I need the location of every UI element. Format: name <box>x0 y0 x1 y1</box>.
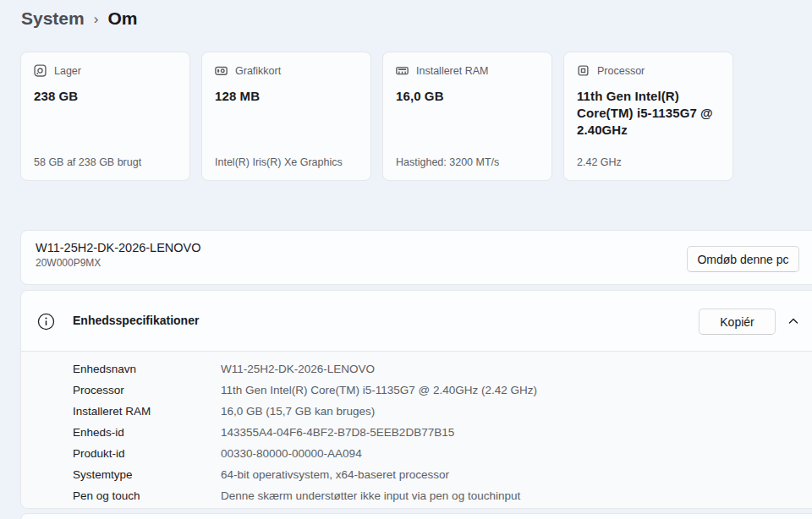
card-label: Lager <box>54 65 81 77</box>
spec-value: 11th Gen Intel(R) Core(TM) i5-1135G7 @ 2… <box>221 384 537 396</box>
device-specs-panel: Enhedsspecifikationer Kopiér Enhedsnavn … <box>20 290 812 509</box>
spec-value: Denne skærm understøtter ikke input via … <box>221 489 520 502</box>
spec-value: 16,0 GB (15,7 GB kan bruges) <box>221 405 375 418</box>
spec-label: Pen og touch <box>73 489 221 502</box>
card-value: 16,0 GB <box>396 88 539 105</box>
spec-value: W11-25H2-DK-2026-LENOVO <box>221 363 375 375</box>
chevron-right-icon: › <box>94 10 99 28</box>
page-title: Om <box>107 8 137 29</box>
card-storage[interactable]: Lager 238 GB 58 GB af 238 GB brugt <box>20 52 190 181</box>
breadcrumb: System › Om <box>21 8 137 29</box>
rename-pc-button[interactable]: Omdøb denne pc <box>687 246 799 272</box>
card-value: 11th Gen Intel(R) Core(TM) i5-1135G7 @ 2… <box>577 88 720 139</box>
device-name-panel: W11-25H2-DK-2026-LENOVO 20W000P9MX Omdøb… <box>20 230 812 285</box>
spec-label: Produkt-id <box>73 447 221 460</box>
card-processor[interactable]: Processor 11th Gen Intel(R) Core(TM) i5-… <box>563 52 733 181</box>
cpu-icon <box>577 64 590 77</box>
card-footer: 58 GB af 238 GB brugt <box>34 156 177 168</box>
spec-row-processor: Processor 11th Gen Intel(R) Core(TM) i5-… <box>73 380 812 401</box>
spec-value: 00330-80000-00000-AA094 <box>221 447 362 460</box>
card-ram[interactable]: Installeret RAM 16,0 GB Hastighed: 3200 … <box>382 52 552 181</box>
chevron-up-icon[interactable] <box>787 314 800 328</box>
spec-row-ram: Installeret RAM 16,0 GB (15,7 GB kan bru… <box>73 401 812 422</box>
spec-value: 64-bit operativsystem, x64-baseret proce… <box>221 468 449 481</box>
spec-row-device-name: Enhedsnavn W11-25H2-DK-2026-LENOVO <box>73 358 812 380</box>
card-value: 128 MB <box>215 88 358 105</box>
copy-button[interactable]: Kopiér <box>699 309 776 335</box>
spec-label: Systemtype <box>73 468 221 481</box>
card-label: Grafikkort <box>235 65 281 77</box>
settings-about-page: System › Om Lager 238 GB 58 GB af 238 GB… <box>0 0 812 519</box>
card-footer: 2.42 GHz <box>577 156 720 168</box>
breadcrumb-system[interactable]: System <box>21 8 85 29</box>
card-label: Installeret RAM <box>416 65 488 77</box>
card-graphics[interactable]: Grafikkort 128 MB Intel(R) Iris(R) Xe Gr… <box>201 52 371 181</box>
spec-label: Enhedsnavn <box>73 363 221 375</box>
spec-row-device-id: Enheds-id 143355A4-04F6-4BF2-B7D8-5EEB2D… <box>73 422 812 443</box>
next-section-panel[interactable] <box>20 513 812 519</box>
card-label: Processor <box>597 65 645 77</box>
spec-value: 143355A4-04F6-4BF2-B7D8-5EEB2DB77B15 <box>221 426 454 439</box>
summary-cards: Lager 238 GB 58 GB af 238 GB brugt Grafi… <box>20 52 733 181</box>
card-footer: Intel(R) Iris(R) Xe Graphics <box>215 156 358 168</box>
card-value: 238 GB <box>34 88 177 105</box>
ram-icon <box>396 64 409 77</box>
spec-label: Processor <box>73 384 221 396</box>
storage-icon <box>34 64 47 77</box>
spec-label: Enheds-id <box>73 426 221 439</box>
card-footer: Hastighed: 3200 MT/s <box>396 156 539 168</box>
spec-row-system-type: Systemtype 64-bit operativsystem, x64-ba… <box>73 464 812 485</box>
gpu-icon <box>215 64 228 77</box>
spec-row-pen-touch: Pen og touch Denne skærm understøtter ik… <box>73 485 812 506</box>
device-specs-body: Enhedsnavn W11-25H2-DK-2026-LENOVO Proce… <box>21 351 812 508</box>
device-specs-title: Enhedsspecifikationer <box>73 291 199 351</box>
spec-label: Installeret RAM <box>73 405 221 418</box>
spec-row-product-id: Produkt-id 00330-80000-00000-AA094 <box>73 443 812 464</box>
info-icon <box>37 313 55 331</box>
device-specs-header[interactable]: Enhedsspecifikationer Kopiér <box>21 291 812 351</box>
